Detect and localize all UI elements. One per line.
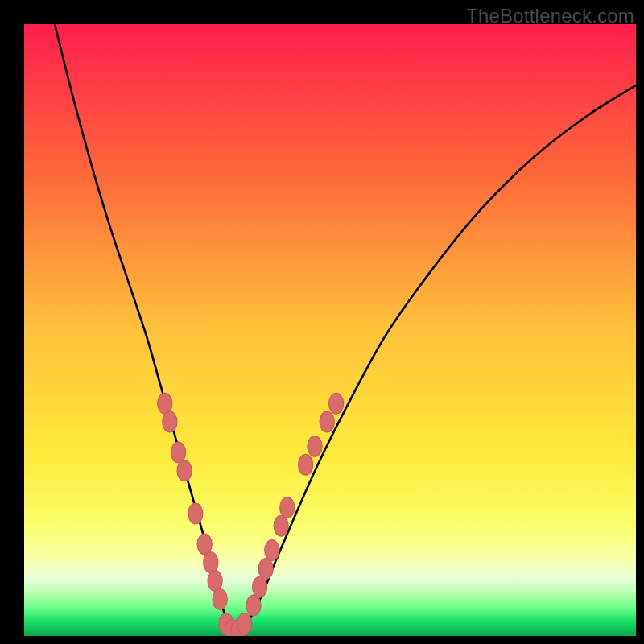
curve-marker	[280, 497, 295, 518]
chart-frame: TheBottleneck.com	[0, 0, 644, 644]
curve-marker	[308, 436, 322, 456]
curve-marker	[298, 454, 312, 475]
curve-marker	[252, 576, 266, 597]
curve-marker	[237, 613, 251, 634]
plot-area	[24, 24, 636, 636]
watermark-text: TheBottleneck.com	[466, 5, 634, 27]
bottleneck-curve	[55, 24, 636, 631]
curve-marker	[177, 460, 192, 481]
curve-marker	[197, 534, 212, 555]
curve-marker	[258, 558, 273, 579]
curve-marker	[171, 442, 185, 463]
curve-marker	[158, 393, 172, 414]
curve-marker	[246, 595, 261, 616]
curve-marker	[208, 571, 222, 592]
curve-marker	[188, 503, 203, 524]
curve-layer	[24, 24, 636, 636]
curve-marker	[163, 411, 177, 432]
curve-marker	[328, 393, 343, 414]
curve-marker	[213, 588, 227, 609]
curve-marker	[320, 411, 334, 432]
curve-marker	[265, 540, 279, 561]
curve-marker	[204, 552, 218, 573]
curve-marker	[274, 515, 288, 536]
curve-markers	[158, 393, 344, 636]
